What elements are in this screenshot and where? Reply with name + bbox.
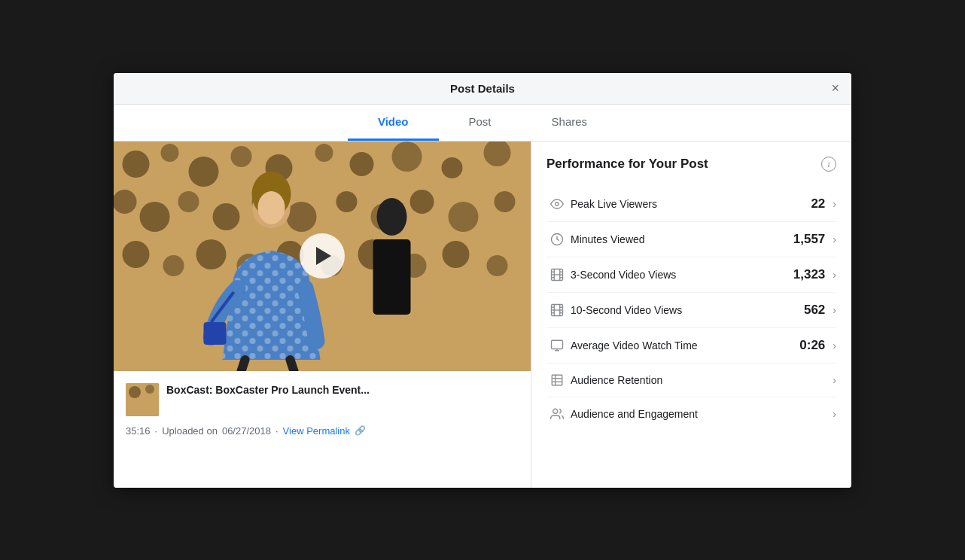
- stat-value-avg-watch-time: 0:26: [799, 338, 825, 353]
- svg-point-14: [213, 203, 240, 230]
- svg-point-44: [556, 202, 559, 205]
- stat-row-avg-watch-time[interactable]: Average Video Watch Time 0:26 ›: [546, 328, 836, 364]
- stat-label-peak-live-viewers: Peak Live Viewers: [571, 198, 811, 210]
- chevron-right-icon: ›: [833, 304, 836, 316]
- post-details-modal: Post Details × Video Post Shares: [114, 73, 851, 488]
- video-meta: 35:16 · Uploaded on 06/27/2018 · View Pe…: [126, 425, 519, 437]
- stat-label-10sec-views: 10-Second Video Views: [571, 304, 804, 316]
- stats-header: Performance for Your Post i: [546, 157, 836, 172]
- monitor-icon: [546, 339, 568, 352]
- stat-row-peak-live-viewers[interactable]: Peak Live Viewers 22 ›: [546, 187, 836, 222]
- svg-point-7: [350, 152, 374, 176]
- svg-point-4: [231, 146, 252, 167]
- stat-label-minutes-viewed: Minutes Viewed: [571, 233, 793, 245]
- svg-point-69: [553, 409, 558, 413]
- meta-separator2: ·: [275, 425, 279, 437]
- chevron-right-icon: ›: [833, 269, 836, 281]
- svg-point-11: [114, 190, 137, 214]
- video-title-text: BoxCast: BoxCaster Pro Launch Event...: [166, 383, 370, 398]
- stat-label-3sec-views: 3-Second Video Views: [571, 269, 793, 281]
- video-panel: BoxCast: BoxCaster Pro Launch Event... 3…: [114, 142, 531, 488]
- bar-chart-icon: [546, 373, 568, 387]
- film2-icon: [546, 303, 568, 317]
- svg-point-1: [123, 151, 150, 178]
- svg-point-9: [442, 157, 463, 178]
- modal-header: Post Details ×: [114, 73, 851, 105]
- svg-rect-62: [552, 340, 563, 348]
- tab-shares[interactable]: Shares: [522, 105, 618, 141]
- svg-rect-35: [204, 322, 227, 345]
- svg-point-19: [410, 190, 434, 214]
- close-button[interactable]: ×: [831, 81, 839, 95]
- svg-point-3: [189, 157, 219, 187]
- upload-prefix: Uploaded on: [162, 425, 218, 437]
- svg-rect-65: [552, 375, 562, 385]
- view-permalink-link[interactable]: View Permalink: [283, 425, 350, 437]
- tabs-bar: Video Post Shares: [114, 105, 851, 142]
- svg-point-12: [140, 202, 170, 232]
- svg-point-30: [443, 241, 470, 268]
- play-icon: [316, 247, 331, 265]
- stats-panel: Performance for Your Post i Peak Live Vi…: [531, 142, 851, 488]
- modal-body: BoxCast: BoxCaster Pro Launch Event... 3…: [114, 142, 851, 488]
- svg-point-43: [145, 385, 154, 394]
- chevron-right-icon: ›: [833, 198, 836, 210]
- video-duration: 35:16: [126, 425, 151, 437]
- stat-row-3sec-views[interactable]: 3-Second Video Views 1,323 ›: [546, 257, 836, 293]
- stats-title: Performance for Your Post: [546, 157, 708, 172]
- play-button[interactable]: [300, 233, 345, 278]
- chevron-right-icon: ›: [833, 408, 836, 420]
- svg-rect-37: [373, 239, 411, 315]
- stat-value-3sec-views: 1,323: [793, 267, 826, 282]
- video-thumbnail-small: [126, 383, 159, 416]
- stat-label-avg-watch-time: Average Video Watch Time: [571, 339, 799, 352]
- svg-point-24: [196, 239, 227, 269]
- stat-value-minutes-viewed: 1,557: [793, 232, 826, 247]
- chevron-right-icon: ›: [833, 233, 836, 245]
- chevron-right-icon: ›: [833, 339, 836, 352]
- tab-post[interactable]: Post: [439, 105, 522, 141]
- svg-point-6: [315, 144, 333, 162]
- svg-point-22: [123, 241, 150, 268]
- stat-row-10sec-views[interactable]: 10-Second Video Views 562 ›: [546, 293, 836, 328]
- stat-label-audience-engagement: Audience and Engagement: [571, 408, 825, 420]
- stat-row-audience-retention[interactable]: Audience Retention ›: [546, 364, 836, 397]
- svg-point-36: [377, 198, 407, 236]
- upload-date: 06/27/2018: [222, 425, 271, 437]
- tab-video[interactable]: Video: [348, 105, 439, 141]
- svg-point-16: [287, 202, 317, 232]
- svg-point-31: [487, 255, 508, 276]
- stat-label-audience-retention: Audience Retention: [571, 374, 825, 386]
- svg-point-8: [392, 142, 422, 172]
- video-info-top: BoxCast: BoxCaster Pro Launch Event...: [126, 383, 519, 416]
- svg-point-17: [336, 191, 358, 212]
- people-icon: [546, 407, 568, 421]
- svg-point-23: [163, 255, 184, 276]
- stat-value-10sec-views: 562: [804, 303, 825, 318]
- svg-point-2: [161, 144, 179, 162]
- info-icon[interactable]: i: [821, 157, 836, 172]
- svg-point-13: [178, 191, 199, 212]
- clock-icon: [546, 233, 568, 246]
- video-container[interactable]: [114, 142, 531, 371]
- svg-point-21: [495, 191, 516, 212]
- stat-row-minutes-viewed[interactable]: Minutes Viewed 1,557 ›: [546, 222, 836, 257]
- eye-icon: [546, 197, 568, 211]
- meta-separator: ·: [155, 425, 158, 437]
- svg-point-34: [258, 191, 285, 224]
- link-icon: 🔗: [355, 425, 366, 436]
- modal-title: Post Details: [450, 82, 515, 95]
- svg-point-42: [129, 386, 141, 398]
- stat-row-audience-engagement[interactable]: Audience and Engagement ›: [546, 397, 836, 431]
- chevron-right-icon: ›: [833, 374, 836, 386]
- film-icon: [546, 268, 568, 282]
- video-info: BoxCast: BoxCaster Pro Launch Event... 3…: [114, 371, 531, 488]
- svg-point-20: [449, 202, 479, 232]
- stat-value-peak-live-viewers: 22: [811, 196, 825, 212]
